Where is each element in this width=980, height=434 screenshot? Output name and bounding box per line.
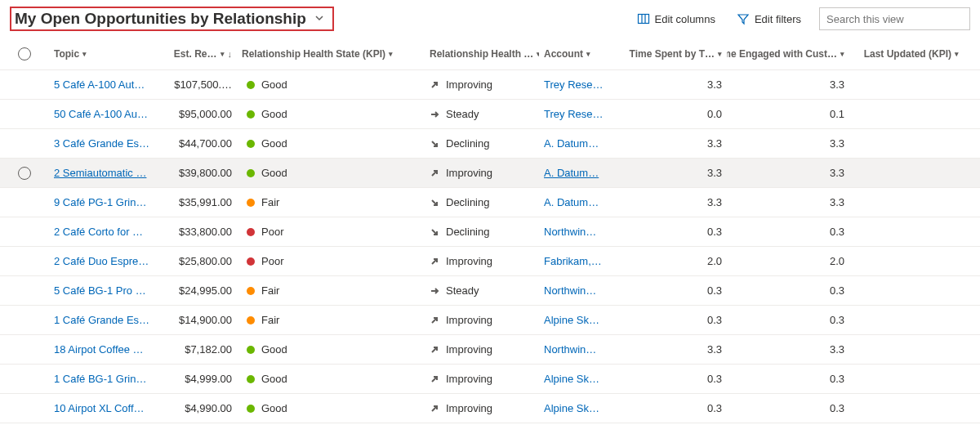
health-trend-cell: Improving bbox=[425, 314, 539, 326]
chevron-down-icon: ▾ bbox=[82, 50, 87, 58]
table-row[interactable]: 2 Café Corto for … $33,800.00 Poor Decli… bbox=[0, 217, 980, 247]
health-trend-cell: Improving bbox=[425, 373, 539, 385]
health-trend-cell: Improving bbox=[425, 167, 539, 179]
table-row[interactable]: 10 Airpot XL Coff… $4,990.00 Good Improv… bbox=[0, 394, 980, 423]
topic-link[interactable]: 10 Airpot XL Coff… bbox=[54, 402, 145, 414]
time-team-cell: 0.0 bbox=[621, 108, 727, 120]
topic-link[interactable]: 3 Café Grande Es… bbox=[54, 137, 149, 150]
health-trend-cell: Improving bbox=[425, 78, 539, 91]
account-link[interactable]: Trey Rese… bbox=[544, 78, 603, 91]
topic-link[interactable]: 9 Café PG-1 Grin… bbox=[54, 196, 146, 208]
arrow-up-right-icon bbox=[430, 404, 439, 414]
topic-link[interactable]: 5 Café A-100 Aut… bbox=[54, 78, 145, 91]
topic-link[interactable]: 50 Café A-100 Au… bbox=[54, 108, 148, 120]
column-last-updated[interactable]: Last Updated (KPI)▾ bbox=[854, 48, 959, 60]
arrow-up-right-icon bbox=[430, 257, 439, 266]
arrow-right-icon bbox=[430, 286, 439, 296]
table-row[interactable]: 2 Café Duo Espre… $25,800.00 Poor Improv… bbox=[0, 247, 980, 276]
arrow-up-right-icon bbox=[430, 374, 439, 384]
chevron-down-icon: ▾ bbox=[586, 50, 590, 58]
health-dot-icon bbox=[247, 169, 255, 177]
column-account[interactable]: Account▾ bbox=[544, 48, 616, 60]
est-revenue-cell: $35,991.00 bbox=[163, 196, 237, 208]
view-title: My Open Opportunities by Relationship bbox=[15, 10, 306, 28]
account-link[interactable]: A. Datum… bbox=[544, 137, 599, 150]
column-health-trend[interactable]: Relationship Health …▾ bbox=[430, 48, 539, 60]
time-team-cell: 0.3 bbox=[621, 226, 727, 238]
topic-link[interactable]: 2 Café Corto for … bbox=[54, 226, 143, 238]
est-revenue-cell: $107,500.… bbox=[163, 78, 237, 91]
time-customer-cell: 0.3 bbox=[727, 284, 849, 297]
est-revenue-cell: $24,995.00 bbox=[163, 284, 237, 297]
arrow-up-right-icon bbox=[430, 168, 439, 178]
account-link[interactable]: Northwin… bbox=[544, 284, 596, 297]
topic-link[interactable]: 18 Airpot Coffee … bbox=[54, 343, 144, 356]
health-dot-icon bbox=[247, 228, 255, 236]
column-est-revenue[interactable]: Est. Re…▾↓ bbox=[168, 48, 232, 60]
time-customer-cell: 3.3 bbox=[727, 137, 849, 150]
page-header: My Open Opportunities by Relationship Ed… bbox=[0, 0, 980, 38]
time-customer-cell: 3.3 bbox=[727, 343, 849, 356]
account-link[interactable]: Alpine Sk… bbox=[544, 402, 599, 414]
row-select[interactable] bbox=[18, 167, 31, 180]
table-row[interactable]: 18 Airpot Coffee … $7,182.00 Good Improv… bbox=[0, 335, 980, 365]
health-state-cell: Good bbox=[237, 167, 425, 179]
column-health-state[interactable]: Relationship Health State (KPI)▾ bbox=[242, 48, 393, 60]
table-row[interactable]: 1 Café Grande Es… $14,900.00 Fair Improv… bbox=[0, 306, 980, 335]
health-state-cell: Poor bbox=[237, 255, 425, 267]
search-input[interactable] bbox=[826, 13, 964, 25]
time-team-cell: 0.3 bbox=[621, 402, 727, 414]
chevron-down-icon bbox=[314, 13, 324, 25]
time-team-cell: 2.0 bbox=[621, 255, 727, 267]
account-link[interactable]: Trey Rese… bbox=[544, 108, 603, 120]
time-customer-cell: 0.3 bbox=[727, 373, 849, 385]
svg-rect-0 bbox=[638, 15, 648, 24]
column-time-team[interactable]: Time Spent by T…▾ bbox=[626, 48, 722, 60]
account-link[interactable]: Northwin… bbox=[544, 226, 596, 238]
account-link[interactable]: Northwin… bbox=[544, 343, 596, 356]
account-link[interactable]: Alpine Sk… bbox=[544, 314, 599, 326]
columns-icon bbox=[637, 12, 650, 25]
header-row: Topic▾ Est. Re…▾↓ Relationship Health St… bbox=[0, 38, 980, 70]
time-customer-cell: 0.1 bbox=[727, 108, 849, 120]
chevron-down-icon: ▾ bbox=[220, 50, 225, 58]
search-box[interactable] bbox=[819, 7, 970, 30]
health-trend-cell: Improving bbox=[425, 402, 539, 414]
account-link[interactable]: A. Datum… bbox=[544, 196, 599, 208]
column-topic[interactable]: Topic▾ bbox=[54, 48, 158, 60]
est-revenue-cell: $4,999.00 bbox=[163, 373, 237, 385]
topic-link[interactable]: 2 Semiautomatic … bbox=[54, 167, 146, 179]
health-state-cell: Good bbox=[237, 343, 425, 356]
data-grid: Topic▾ Est. Re…▾↓ Relationship Health St… bbox=[0, 38, 980, 423]
table-row[interactable]: 50 Café A-100 Au… $95,000.00 Good Steady… bbox=[0, 100, 980, 129]
topic-link[interactable]: 1 Café BG-1 Grin… bbox=[54, 373, 146, 385]
edit-filters-button[interactable]: Edit filters bbox=[730, 9, 808, 29]
table-row[interactable]: 9 Café PG-1 Grin… $35,991.00 Fair Declin… bbox=[0, 188, 980, 217]
est-revenue-cell: $95,000.00 bbox=[163, 108, 237, 120]
select-all[interactable] bbox=[0, 47, 49, 60]
health-trend-cell: Steady bbox=[425, 108, 539, 120]
health-dot-icon bbox=[247, 199, 255, 207]
health-dot-icon bbox=[247, 110, 255, 119]
topic-link[interactable]: 2 Café Duo Espre… bbox=[54, 255, 149, 267]
topic-link[interactable]: 5 Café BG-1 Pro … bbox=[54, 284, 146, 297]
table-row[interactable]: 2 Semiautomatic … $39,800.00 Good Improv… bbox=[0, 159, 980, 188]
time-team-cell: 3.3 bbox=[621, 196, 727, 208]
edit-columns-button[interactable]: Edit columns bbox=[630, 9, 722, 29]
health-dot-icon bbox=[247, 81, 255, 89]
account-link[interactable]: Alpine Sk… bbox=[544, 373, 599, 385]
time-team-cell: 0.3 bbox=[621, 284, 727, 297]
account-link[interactable]: Fabrikam,… bbox=[544, 255, 602, 267]
table-row[interactable]: 5 Café A-100 Aut… $107,500.… Good Improv… bbox=[0, 70, 980, 100]
topic-link[interactable]: 1 Café Grande Es… bbox=[54, 314, 149, 326]
table-row[interactable]: 3 Café Grande Es… $44,700.00 Good Declin… bbox=[0, 129, 980, 159]
est-revenue-cell: $44,700.00 bbox=[163, 137, 237, 150]
table-row[interactable]: 5 Café BG-1 Pro … $24,995.00 Fair Steady… bbox=[0, 276, 980, 306]
est-revenue-cell: $7,182.00 bbox=[163, 343, 237, 356]
table-row[interactable]: 1 Café BG-1 Grin… $4,999.00 Good Improvi… bbox=[0, 365, 980, 394]
arrow-up-right-icon bbox=[430, 80, 439, 90]
view-selector[interactable]: My Open Opportunities by Relationship bbox=[10, 7, 334, 31]
column-time-customer[interactable]: Time Engaged with Cust…▾ bbox=[732, 48, 844, 60]
health-state-cell: Fair bbox=[237, 196, 425, 208]
account-link[interactable]: A. Datum… bbox=[544, 167, 599, 179]
